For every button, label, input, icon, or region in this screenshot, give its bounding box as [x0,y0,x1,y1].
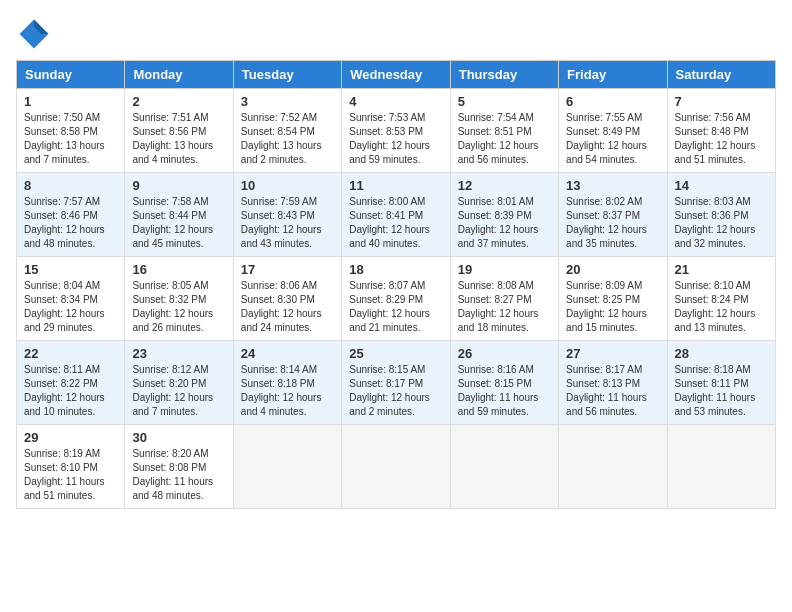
day-info: Sunrise: 8:03 AM Sunset: 8:36 PM Dayligh… [675,195,768,251]
day-number: 24 [241,346,334,361]
day-cell: 19Sunrise: 8:08 AM Sunset: 8:27 PM Dayli… [450,257,558,341]
weekday-header-tuesday: Tuesday [233,61,341,89]
day-info: Sunrise: 8:18 AM Sunset: 8:11 PM Dayligh… [675,363,768,419]
day-cell: 8Sunrise: 7:57 AM Sunset: 8:46 PM Daylig… [17,173,125,257]
day-info: Sunrise: 8:01 AM Sunset: 8:39 PM Dayligh… [458,195,551,251]
day-number: 11 [349,178,442,193]
day-number: 15 [24,262,117,277]
day-cell: 6Sunrise: 7:55 AM Sunset: 8:49 PM Daylig… [559,89,667,173]
day-cell: 9Sunrise: 7:58 AM Sunset: 8:44 PM Daylig… [125,173,233,257]
week-row-5: 29Sunrise: 8:19 AM Sunset: 8:10 PM Dayli… [17,425,776,509]
day-number: 1 [24,94,117,109]
day-info: Sunrise: 8:11 AM Sunset: 8:22 PM Dayligh… [24,363,117,419]
day-number: 25 [349,346,442,361]
day-number: 28 [675,346,768,361]
day-info: Sunrise: 7:58 AM Sunset: 8:44 PM Dayligh… [132,195,225,251]
day-info: Sunrise: 8:07 AM Sunset: 8:29 PM Dayligh… [349,279,442,335]
page-header [16,16,776,52]
day-number: 29 [24,430,117,445]
day-number: 23 [132,346,225,361]
day-number: 7 [675,94,768,109]
day-cell [233,425,341,509]
day-number: 26 [458,346,551,361]
week-row-3: 15Sunrise: 8:04 AM Sunset: 8:34 PM Dayli… [17,257,776,341]
day-cell: 11Sunrise: 8:00 AM Sunset: 8:41 PM Dayli… [342,173,450,257]
day-number: 20 [566,262,659,277]
day-number: 30 [132,430,225,445]
day-info: Sunrise: 8:10 AM Sunset: 8:24 PM Dayligh… [675,279,768,335]
day-cell [342,425,450,509]
day-info: Sunrise: 8:09 AM Sunset: 8:25 PM Dayligh… [566,279,659,335]
day-number: 27 [566,346,659,361]
day-number: 14 [675,178,768,193]
day-number: 5 [458,94,551,109]
day-cell: 27Sunrise: 8:17 AM Sunset: 8:13 PM Dayli… [559,341,667,425]
day-cell: 4Sunrise: 7:53 AM Sunset: 8:53 PM Daylig… [342,89,450,173]
day-number: 2 [132,94,225,109]
day-info: Sunrise: 7:54 AM Sunset: 8:51 PM Dayligh… [458,111,551,167]
day-cell: 15Sunrise: 8:04 AM Sunset: 8:34 PM Dayli… [17,257,125,341]
day-info: Sunrise: 8:12 AM Sunset: 8:20 PM Dayligh… [132,363,225,419]
day-info: Sunrise: 7:52 AM Sunset: 8:54 PM Dayligh… [241,111,334,167]
weekday-header-saturday: Saturday [667,61,775,89]
week-row-4: 22Sunrise: 8:11 AM Sunset: 8:22 PM Dayli… [17,341,776,425]
day-info: Sunrise: 7:50 AM Sunset: 8:58 PM Dayligh… [24,111,117,167]
day-cell [450,425,558,509]
week-row-1: 1Sunrise: 7:50 AM Sunset: 8:58 PM Daylig… [17,89,776,173]
day-info: Sunrise: 8:02 AM Sunset: 8:37 PM Dayligh… [566,195,659,251]
day-info: Sunrise: 8:04 AM Sunset: 8:34 PM Dayligh… [24,279,117,335]
day-cell: 28Sunrise: 8:18 AM Sunset: 8:11 PM Dayli… [667,341,775,425]
day-info: Sunrise: 8:16 AM Sunset: 8:15 PM Dayligh… [458,363,551,419]
day-cell: 22Sunrise: 8:11 AM Sunset: 8:22 PM Dayli… [17,341,125,425]
day-cell: 1Sunrise: 7:50 AM Sunset: 8:58 PM Daylig… [17,89,125,173]
day-number: 21 [675,262,768,277]
day-info: Sunrise: 8:06 AM Sunset: 8:30 PM Dayligh… [241,279,334,335]
day-info: Sunrise: 8:17 AM Sunset: 8:13 PM Dayligh… [566,363,659,419]
weekday-header-row: SundayMondayTuesdayWednesdayThursdayFrid… [17,61,776,89]
weekday-header-friday: Friday [559,61,667,89]
weekday-header-sunday: Sunday [17,61,125,89]
day-info: Sunrise: 8:19 AM Sunset: 8:10 PM Dayligh… [24,447,117,503]
day-number: 8 [24,178,117,193]
day-info: Sunrise: 8:05 AM Sunset: 8:32 PM Dayligh… [132,279,225,335]
day-cell: 13Sunrise: 8:02 AM Sunset: 8:37 PM Dayli… [559,173,667,257]
day-info: Sunrise: 8:00 AM Sunset: 8:41 PM Dayligh… [349,195,442,251]
day-cell: 20Sunrise: 8:09 AM Sunset: 8:25 PM Dayli… [559,257,667,341]
day-cell: 12Sunrise: 8:01 AM Sunset: 8:39 PM Dayli… [450,173,558,257]
day-number: 3 [241,94,334,109]
day-cell: 16Sunrise: 8:05 AM Sunset: 8:32 PM Dayli… [125,257,233,341]
day-cell [667,425,775,509]
day-cell: 26Sunrise: 8:16 AM Sunset: 8:15 PM Dayli… [450,341,558,425]
day-number: 9 [132,178,225,193]
day-number: 18 [349,262,442,277]
logo [16,16,56,52]
day-number: 16 [132,262,225,277]
day-cell [559,425,667,509]
day-cell: 14Sunrise: 8:03 AM Sunset: 8:36 PM Dayli… [667,173,775,257]
day-info: Sunrise: 8:15 AM Sunset: 8:17 PM Dayligh… [349,363,442,419]
logo-icon [16,16,52,52]
day-info: Sunrise: 7:59 AM Sunset: 8:43 PM Dayligh… [241,195,334,251]
day-number: 13 [566,178,659,193]
weekday-header-thursday: Thursday [450,61,558,89]
day-info: Sunrise: 7:51 AM Sunset: 8:56 PM Dayligh… [132,111,225,167]
day-cell: 17Sunrise: 8:06 AM Sunset: 8:30 PM Dayli… [233,257,341,341]
day-info: Sunrise: 8:14 AM Sunset: 8:18 PM Dayligh… [241,363,334,419]
day-number: 10 [241,178,334,193]
day-cell: 30Sunrise: 8:20 AM Sunset: 8:08 PM Dayli… [125,425,233,509]
day-cell: 18Sunrise: 8:07 AM Sunset: 8:29 PM Dayli… [342,257,450,341]
week-row-2: 8Sunrise: 7:57 AM Sunset: 8:46 PM Daylig… [17,173,776,257]
day-cell: 5Sunrise: 7:54 AM Sunset: 8:51 PM Daylig… [450,89,558,173]
day-number: 4 [349,94,442,109]
day-cell: 25Sunrise: 8:15 AM Sunset: 8:17 PM Dayli… [342,341,450,425]
day-number: 17 [241,262,334,277]
weekday-header-wednesday: Wednesday [342,61,450,89]
day-info: Sunrise: 8:08 AM Sunset: 8:27 PM Dayligh… [458,279,551,335]
day-info: Sunrise: 7:53 AM Sunset: 8:53 PM Dayligh… [349,111,442,167]
calendar-table: SundayMondayTuesdayWednesdayThursdayFrid… [16,60,776,509]
day-cell: 23Sunrise: 8:12 AM Sunset: 8:20 PM Dayli… [125,341,233,425]
day-cell: 29Sunrise: 8:19 AM Sunset: 8:10 PM Dayli… [17,425,125,509]
day-cell: 21Sunrise: 8:10 AM Sunset: 8:24 PM Dayli… [667,257,775,341]
day-number: 22 [24,346,117,361]
day-info: Sunrise: 7:55 AM Sunset: 8:49 PM Dayligh… [566,111,659,167]
